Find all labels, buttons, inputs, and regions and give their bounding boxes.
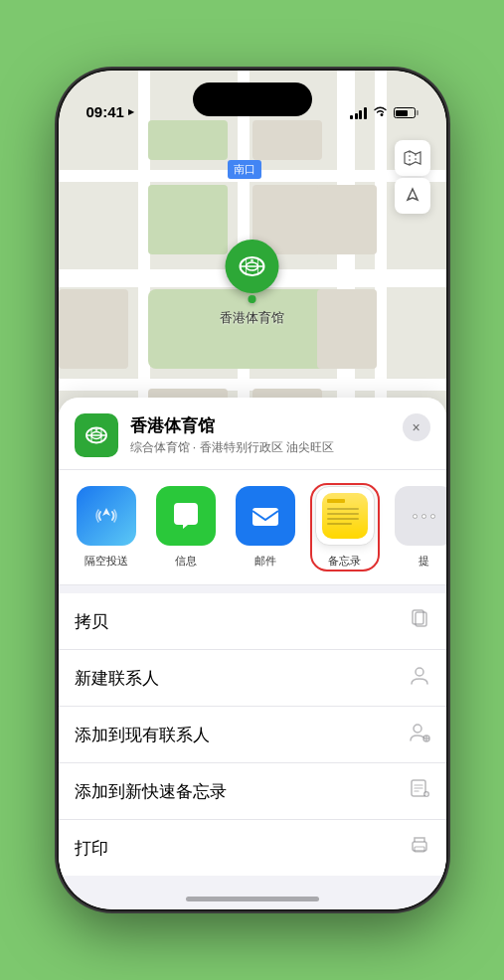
svg-point-2 [251,259,253,262]
venue-name: 香港体育馆 [130,414,430,437]
svg-rect-6 [252,508,278,526]
stadium-pin[interactable]: 香港体育馆 [220,240,284,327]
share-item-airdrop[interactable]: 隔空投送 [75,486,138,569]
time-display: 09:41 [86,103,124,120]
add-existing-label: 添加到现有联系人 [75,724,409,746]
copy-label: 拷贝 [75,610,409,633]
share-item-notes[interactable]: 备忘录 [313,486,377,569]
map-type-button[interactable] [395,140,430,176]
mail-icon [236,486,295,546]
close-button[interactable]: × [403,413,430,441]
quick-note-label: 添加到新快速备忘录 [75,780,409,803]
action-list: 拷贝 新建联系人 [59,593,446,876]
svg-point-9 [416,668,423,676]
share-item-mail[interactable]: 邮件 [234,486,297,569]
airdrop-icon [77,486,136,546]
venue-info: 香港体育馆 综合体育馆 · 香港特别行政区 油尖旺区 [130,414,430,456]
action-quick-note[interactable]: 添加到新快速备忘录 [59,763,446,820]
home-indicator [186,897,319,901]
phone-frame: 09:41 ▸ [59,71,446,909]
new-contact-label: 新建联系人 [75,667,409,690]
action-print[interactable]: 打印 [59,820,446,876]
phone-inner: 09:41 ▸ [59,71,446,909]
share-item-more[interactable]: 提 [393,486,446,569]
notes-app-icon [315,486,375,546]
wifi-icon [373,105,388,120]
battery-icon [394,107,419,118]
print-icon [409,834,430,862]
location-button[interactable] [395,178,430,214]
share-row: 隔空投送 信息 [59,470,446,585]
add-existing-icon [409,721,430,748]
svg-point-5 [94,428,97,431]
venue-subtitle: 综合体育馆 · 香港特别行政区 油尖旺区 [130,439,430,456]
share-item-messages[interactable]: 信息 [154,486,218,569]
dynamic-island [193,82,312,116]
more-icon [395,486,446,546]
new-contact-icon [409,664,430,692]
action-copy[interactable]: 拷贝 [59,593,446,650]
action-add-existing[interactable]: 添加到现有联系人 [59,707,446,763]
airdrop-label: 隔空投送 [84,554,128,569]
status-icons [350,105,419,120]
quick-note-icon [409,777,430,805]
svg-point-10 [414,725,421,733]
location-arrow-icon: ▸ [128,105,134,118]
messages-icon [156,486,216,546]
venue-icon [75,413,118,457]
mail-label: 邮件 [254,554,276,569]
notes-label: 备忘录 [328,554,361,569]
map-controls [395,140,430,214]
map-label: 南口 [228,160,261,179]
pin-dot [249,295,256,303]
bottom-sheet: 香港体育馆 综合体育馆 · 香港特别行政区 油尖旺区 × [59,398,446,909]
status-time: 09:41 ▸ [86,103,134,120]
signal-icon [350,107,367,119]
messages-label: 信息 [175,554,197,569]
pin-icon [226,240,279,293]
venue-header: 香港体育馆 综合体育馆 · 香港特别行政区 油尖旺区 × [59,398,446,470]
action-new-contact[interactable]: 新建联系人 [59,650,446,707]
more-label: 提 [419,554,429,569]
pin-label: 香港体育馆 [220,309,284,327]
copy-icon [409,607,430,635]
print-label: 打印 [75,837,409,860]
